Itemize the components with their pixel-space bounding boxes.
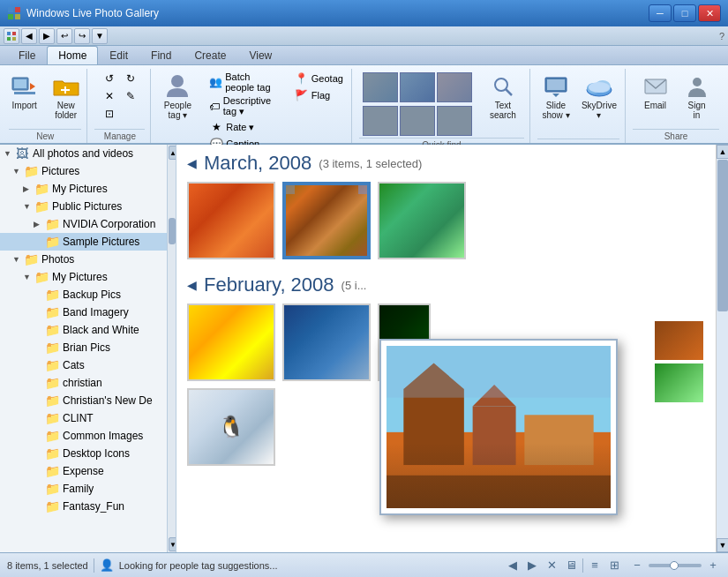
photo-march-2[interactable]	[282, 182, 371, 259]
nav-right-button[interactable]: ▶	[524, 558, 540, 573]
strip-photo2[interactable]	[655, 363, 703, 402]
flag-button[interactable]: 🚩 Flag	[292, 87, 346, 103]
photo-march-1[interactable]	[187, 182, 275, 259]
import-button[interactable]: Import	[5, 71, 44, 112]
sidebar-item-public-pictures[interactable]: ▼ 📁 Public Pictures	[0, 198, 167, 215]
sidebar-item-black-white[interactable]: 📁 Black and White	[0, 321, 167, 339]
strip-photo1[interactable]	[655, 321, 703, 360]
photo-feb-2[interactable]	[282, 303, 371, 381]
sign-in-button[interactable]: Signin	[678, 71, 717, 122]
march-collapse-arrow[interactable]: ◀	[187, 156, 197, 170]
clint-icon: 📁	[44, 411, 60, 425]
batch-people-tag-button[interactable]: 👥 Batch people tag	[206, 71, 282, 94]
quick-access-icon	[4, 28, 19, 44]
close-button[interactable]: ✕	[698, 4, 721, 22]
sidebar-item-photos[interactable]: ▼ 📁 Photos	[0, 251, 167, 268]
feb-collapse-arrow[interactable]: ◀	[187, 278, 197, 292]
my-pictures2-icon: 📁	[34, 270, 49, 284]
slideshow-button[interactable]: Slideshow ▾	[537, 71, 575, 122]
tab-create[interactable]: Create	[183, 46, 237, 64]
slideshow-group-label	[537, 139, 619, 141]
quick-find-photo2[interactable]	[400, 72, 435, 102]
sidebar-item-christian[interactable]: 📁 christian	[0, 374, 167, 392]
rate-button[interactable]: ★ Rate ▾	[206, 119, 282, 135]
sidebar-item-fantasy-fun[interactable]: 📁 Fantasy_Fun	[0, 498, 167, 515]
sidebar-item-backup-pics[interactable]: 📁 Backup Pics	[0, 286, 167, 303]
sidebar-item-expense[interactable]: 📁 Expense	[0, 462, 167, 480]
tab-view[interactable]: View	[237, 46, 283, 64]
grid-view-button[interactable]: ⊞	[606, 558, 622, 573]
zoom-in-button[interactable]: +	[705, 558, 721, 573]
preview-popup[interactable]	[379, 339, 618, 515]
sidebar-item-desktop-icons[interactable]: 📁 Desktop Icons	[0, 445, 167, 462]
sidebar-scrollbar[interactable]: ▲ ▼	[167, 145, 176, 552]
quick-find-photo6[interactable]	[437, 106, 472, 136]
tab-home[interactable]: Home	[47, 46, 98, 64]
redo-button[interactable]: ↪	[74, 28, 90, 44]
sidebar-item-brian-pics[interactable]: 📁 Brian Pics	[0, 339, 167, 356]
tab-find[interactable]: Find	[139, 46, 183, 64]
rotate-left-button[interactable]: ↺	[100, 71, 119, 86]
text-search-button[interactable]: Textsearch	[484, 71, 522, 122]
undo-button[interactable]: ↩	[56, 28, 72, 44]
skydrive-button[interactable]: SkyDrive ▾	[578, 71, 620, 122]
sidebar-item-common-images[interactable]: 📁 Common Images	[0, 427, 167, 445]
sidebar-item-my-pictures[interactable]: ▶ 📁 My Pictures	[0, 180, 167, 198]
zoom-slider[interactable]	[649, 564, 702, 567]
new-folder-button[interactable]: Newfolder	[47, 71, 86, 122]
monitor-view-button[interactable]: 🖥	[563, 558, 579, 573]
content-area: ◀ March, 2008 (3 items, 1 selected)	[176, 145, 716, 552]
descriptive-tag-button[interactable]: 🏷 Descriptive tag ▾	[206, 94, 282, 118]
photo-feb-4[interactable]: 🐧	[187, 388, 275, 466]
photo-march-3[interactable]	[378, 182, 466, 259]
minimize-button[interactable]: ─	[649, 4, 672, 22]
sidebar-item-my-pictures2[interactable]: ▼ 📁 My Pictures	[0, 268, 167, 286]
rename-button[interactable]: ✎	[121, 88, 140, 104]
march-title: March, 2008	[204, 152, 311, 175]
move-icon: ⊡	[102, 107, 116, 121]
content-scrollbar[interactable]: ▲ ▼	[716, 145, 728, 552]
quick-find-photo5[interactable]	[400, 106, 435, 136]
sidebar-item-cats[interactable]: 📁 Cats	[0, 356, 167, 374]
christian-label: christian	[63, 377, 102, 389]
back-button[interactable]: ◀	[21, 28, 37, 44]
photo-feb-1[interactable]	[187, 303, 275, 381]
move-button[interactable]: ⊡	[100, 106, 140, 122]
tab-edit[interactable]: Edit	[98, 46, 139, 64]
sidebar-item-pictures[interactable]: ▼ 📁 Pictures	[0, 162, 167, 180]
sidebar-item-sample-pictures[interactable]: 📁 Sample Pictures	[0, 233, 167, 251]
quick-find-photo4[interactable]	[363, 106, 398, 136]
sidebar-item-family[interactable]: 📁 Family	[0, 480, 167, 498]
svg-rect-0	[8, 7, 13, 12]
email-button[interactable]: Email	[636, 71, 675, 112]
list-view-button[interactable]: ≡	[587, 558, 603, 573]
geotag-icon: 📍	[295, 71, 309, 86]
delete-selected-button[interactable]: ✕	[544, 558, 559, 573]
sidebar-item-all-photos[interactable]: ▼ 🖼 All photos and videos	[0, 145, 167, 162]
sidebar-item-nvidia[interactable]: ▶ 📁 NVIDIA Corporation	[0, 215, 167, 233]
sidebar-item-clint[interactable]: 📁 CLINT	[0, 409, 167, 427]
maximize-button[interactable]: □	[673, 4, 696, 22]
public-pictures-icon: 📁	[34, 199, 49, 214]
nav-left-button[interactable]: ◀	[505, 558, 521, 573]
status-left: 8 items, 1 selected 👤 Looking for people…	[7, 558, 498, 573]
geotag-button[interactable]: 📍 Geotag	[292, 71, 346, 86]
sidebar-item-band-imagery[interactable]: 📁 Band Imagery	[0, 303, 167, 321]
ribbon-tabs: File Home Edit Find Create View	[0, 46, 728, 65]
help-button[interactable]: ?	[719, 31, 724, 41]
customize-quick-access[interactable]: ▼	[92, 28, 108, 44]
delete-button[interactable]: ✕	[100, 88, 119, 104]
text-search-icon	[489, 72, 517, 101]
rotate-right-button[interactable]: ↻	[121, 71, 140, 86]
people-tag-button[interactable]: Peopletag ▾	[158, 71, 197, 122]
sidebar-item-christians-new[interactable]: 📁 Christian's New De	[0, 392, 167, 409]
forward-button[interactable]: ▶	[39, 28, 55, 44]
tab-file[interactable]: File	[7, 46, 47, 64]
quick-find-photo3[interactable]	[437, 72, 472, 102]
band-imagery-icon: 📁	[44, 305, 60, 319]
christians-new-icon: 📁	[44, 393, 60, 408]
march-count: (3 items, 1 selected)	[319, 157, 422, 170]
organize-group-content: Peopletag ▾ 👥 Batch people tag 🏷 Descrip…	[158, 71, 346, 152]
quick-find-photo1[interactable]	[363, 72, 398, 102]
zoom-out-button[interactable]: −	[629, 558, 645, 573]
